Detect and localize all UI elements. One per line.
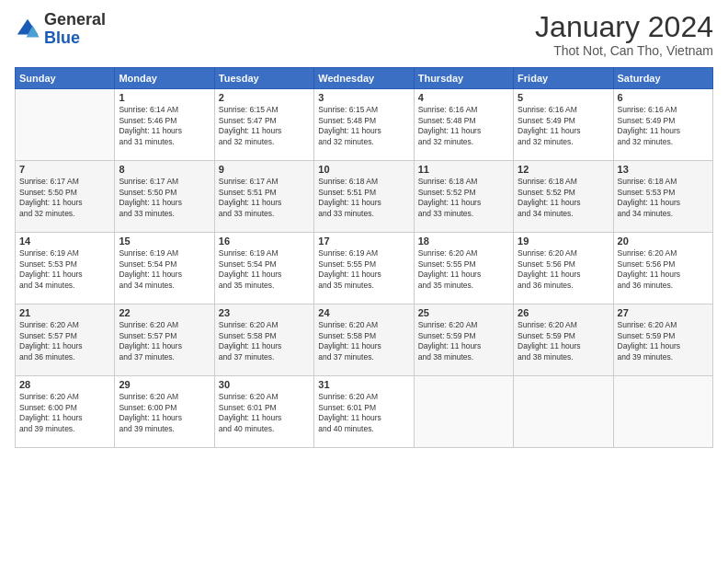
col-saturday: Saturday <box>613 68 712 89</box>
calendar-cell: 19 Sunrise: 6:20 AM Sunset: 5:56 PM Dayl… <box>514 233 613 304</box>
day-info: Sunrise: 6:20 AM Sunset: 6:00 PM Dayligh… <box>19 392 110 434</box>
day-number: 2 <box>219 92 310 103</box>
day-number: 31 <box>318 379 409 390</box>
calendar-week-5: 28 Sunrise: 6:20 AM Sunset: 6:00 PM Dayl… <box>16 376 713 448</box>
calendar-week-2: 7 Sunrise: 6:17 AM Sunset: 5:50 PM Dayli… <box>16 161 713 233</box>
day-info: Sunrise: 6:19 AM Sunset: 5:55 PM Dayligh… <box>318 248 409 291</box>
title-area: January 2024 Thot Not, Can Tho, Vietnam <box>535 11 713 58</box>
calendar-cell: 27 Sunrise: 6:20 AM Sunset: 5:59 PM Dayl… <box>613 304 712 376</box>
day-info: Sunrise: 6:20 AM Sunset: 6:01 PM Dayligh… <box>219 392 310 434</box>
calendar-week-1: 1 Sunrise: 6:14 AM Sunset: 5:46 PM Dayli… <box>16 89 713 161</box>
calendar-week-4: 21 Sunrise: 6:20 AM Sunset: 5:57 PM Dayl… <box>16 304 713 376</box>
calendar-cell: 7 Sunrise: 6:17 AM Sunset: 5:50 PM Dayli… <box>16 161 115 233</box>
day-number: 28 <box>19 379 110 390</box>
calendar-cell: 14 Sunrise: 6:19 AM Sunset: 5:53 PM Dayl… <box>16 233 115 304</box>
calendar-cell: 17 Sunrise: 6:19 AM Sunset: 5:55 PM Dayl… <box>314 233 414 304</box>
calendar-week-3: 14 Sunrise: 6:19 AM Sunset: 5:53 PM Dayl… <box>16 233 713 304</box>
day-number: 26 <box>518 307 609 318</box>
day-number: 20 <box>618 236 709 247</box>
day-number: 12 <box>518 164 609 175</box>
logo: General Blue <box>15 11 106 48</box>
day-info: Sunrise: 6:20 AM Sunset: 5:59 PM Dayligh… <box>418 320 509 362</box>
day-number: 6 <box>618 92 709 103</box>
calendar-cell: 15 Sunrise: 6:19 AM Sunset: 5:54 PM Dayl… <box>115 233 214 304</box>
calendar-table: Sunday Monday Tuesday Wednesday Thursday… <box>15 67 713 448</box>
calendar-cell: 25 Sunrise: 6:20 AM Sunset: 5:59 PM Dayl… <box>414 304 513 376</box>
calendar-cell: 28 Sunrise: 6:20 AM Sunset: 6:00 PM Dayl… <box>16 376 115 448</box>
day-number: 15 <box>119 236 210 247</box>
calendar-cell: 13 Sunrise: 6:18 AM Sunset: 5:53 PM Dayl… <box>613 161 712 233</box>
day-info: Sunrise: 6:17 AM Sunset: 5:50 PM Dayligh… <box>119 177 210 219</box>
day-info: Sunrise: 6:20 AM Sunset: 5:56 PM Dayligh… <box>618 248 709 291</box>
day-number: 30 <box>219 379 310 390</box>
day-info: Sunrise: 6:20 AM Sunset: 5:56 PM Dayligh… <box>518 248 609 291</box>
day-info: Sunrise: 6:20 AM Sunset: 5:58 PM Dayligh… <box>318 320 409 362</box>
day-number: 21 <box>19 307 110 318</box>
day-number: 18 <box>418 236 509 247</box>
day-info: Sunrise: 6:15 AM Sunset: 5:47 PM Dayligh… <box>219 105 310 147</box>
calendar-cell: 22 Sunrise: 6:20 AM Sunset: 5:57 PM Dayl… <box>115 304 214 376</box>
calendar-cell: 10 Sunrise: 6:18 AM Sunset: 5:51 PM Dayl… <box>314 161 414 233</box>
day-number: 16 <box>219 236 310 247</box>
calendar-cell: 31 Sunrise: 6:20 AM Sunset: 6:01 PM Dayl… <box>314 376 414 448</box>
day-number: 8 <box>119 164 210 175</box>
day-info: Sunrise: 6:20 AM Sunset: 5:59 PM Dayligh… <box>618 320 709 362</box>
day-number: 5 <box>518 92 609 103</box>
day-number: 4 <box>418 92 509 103</box>
day-number: 19 <box>518 236 609 247</box>
header: General Blue January 2024 Thot Not, Can … <box>15 11 713 58</box>
day-number: 1 <box>119 92 210 103</box>
day-info: Sunrise: 6:18 AM Sunset: 5:52 PM Dayligh… <box>418 177 509 219</box>
day-info: Sunrise: 6:18 AM Sunset: 5:51 PM Dayligh… <box>318 177 409 219</box>
day-info: Sunrise: 6:15 AM Sunset: 5:48 PM Dayligh… <box>318 105 409 147</box>
day-info: Sunrise: 6:19 AM Sunset: 5:54 PM Dayligh… <box>219 248 310 291</box>
col-monday: Monday <box>115 68 214 89</box>
logo-blue: Blue <box>44 29 80 47</box>
day-info: Sunrise: 6:14 AM Sunset: 5:46 PM Dayligh… <box>119 105 210 147</box>
calendar-cell: 11 Sunrise: 6:18 AM Sunset: 5:52 PM Dayl… <box>414 161 513 233</box>
calendar-cell: 8 Sunrise: 6:17 AM Sunset: 5:50 PM Dayli… <box>115 161 214 233</box>
day-number: 9 <box>219 164 310 175</box>
calendar-cell <box>16 89 115 161</box>
day-number: 7 <box>19 164 110 175</box>
calendar-cell: 12 Sunrise: 6:18 AM Sunset: 5:52 PM Dayl… <box>514 161 613 233</box>
day-number: 13 <box>618 164 709 175</box>
col-friday: Friday <box>514 68 613 89</box>
day-number: 10 <box>318 164 409 175</box>
calendar-cell: 23 Sunrise: 6:20 AM Sunset: 5:58 PM Dayl… <box>214 304 313 376</box>
calendar-cell <box>514 376 613 448</box>
location: Thot Not, Can Tho, Vietnam <box>535 43 713 58</box>
calendar-cell: 3 Sunrise: 6:15 AM Sunset: 5:48 PM Dayli… <box>314 89 414 161</box>
calendar-cell: 20 Sunrise: 6:20 AM Sunset: 5:56 PM Dayl… <box>613 233 712 304</box>
day-info: Sunrise: 6:17 AM Sunset: 5:51 PM Dayligh… <box>219 177 310 219</box>
calendar-cell: 18 Sunrise: 6:20 AM Sunset: 5:55 PM Dayl… <box>414 233 513 304</box>
day-number: 27 <box>618 307 709 318</box>
day-number: 29 <box>119 379 210 390</box>
calendar-cell: 1 Sunrise: 6:14 AM Sunset: 5:46 PM Dayli… <box>115 89 214 161</box>
logo-general: General <box>44 10 106 29</box>
day-info: Sunrise: 6:16 AM Sunset: 5:48 PM Dayligh… <box>418 105 509 147</box>
calendar-cell: 26 Sunrise: 6:20 AM Sunset: 5:59 PM Dayl… <box>514 304 613 376</box>
day-info: Sunrise: 6:18 AM Sunset: 5:52 PM Dayligh… <box>518 177 609 219</box>
day-number: 14 <box>19 236 110 247</box>
day-info: Sunrise: 6:20 AM Sunset: 6:00 PM Dayligh… <box>119 392 210 434</box>
day-info: Sunrise: 6:20 AM Sunset: 5:57 PM Dayligh… <box>19 320 110 362</box>
col-thursday: Thursday <box>414 68 513 89</box>
day-info: Sunrise: 6:19 AM Sunset: 5:53 PM Dayligh… <box>19 248 110 291</box>
day-number: 25 <box>418 307 509 318</box>
day-info: Sunrise: 6:16 AM Sunset: 5:49 PM Dayligh… <box>518 105 609 147</box>
col-sunday: Sunday <box>16 68 115 89</box>
day-info: Sunrise: 6:16 AM Sunset: 5:49 PM Dayligh… <box>618 105 709 147</box>
col-wednesday: Wednesday <box>314 68 414 89</box>
day-number: 11 <box>418 164 509 175</box>
calendar-cell: 2 Sunrise: 6:15 AM Sunset: 5:47 PM Dayli… <box>214 89 313 161</box>
day-number: 22 <box>119 307 210 318</box>
calendar-cell: 24 Sunrise: 6:20 AM Sunset: 5:58 PM Dayl… <box>314 304 414 376</box>
calendar-cell: 29 Sunrise: 6:20 AM Sunset: 6:00 PM Dayl… <box>115 376 214 448</box>
logo-icon <box>15 17 40 42</box>
page-container: General Blue January 2024 Thot Not, Can … <box>0 0 728 455</box>
day-info: Sunrise: 6:20 AM Sunset: 5:59 PM Dayligh… <box>518 320 609 362</box>
day-info: Sunrise: 6:20 AM Sunset: 5:57 PM Dayligh… <box>119 320 210 362</box>
header-row: Sunday Monday Tuesday Wednesday Thursday… <box>16 68 713 89</box>
day-info: Sunrise: 6:20 AM Sunset: 6:01 PM Dayligh… <box>318 392 409 434</box>
